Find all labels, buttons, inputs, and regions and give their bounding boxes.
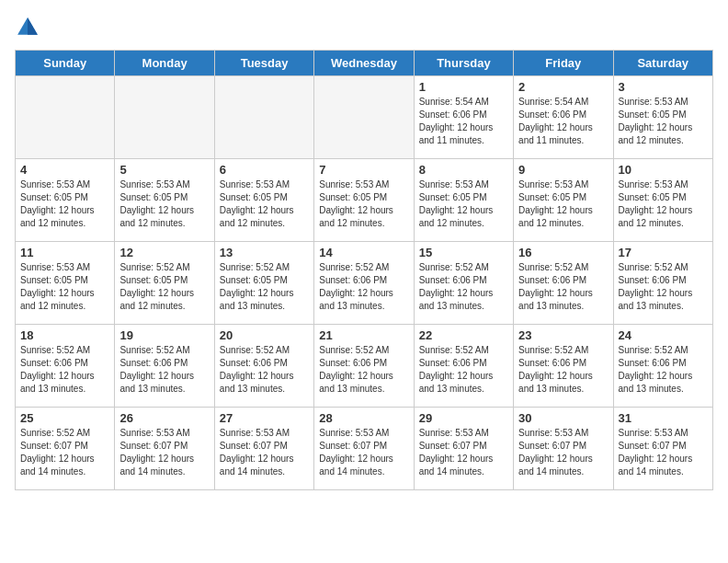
day-info: Sunrise: 5:52 AM Sunset: 6:06 PM Dayligh… [619,344,708,396]
day-info: Sunrise: 5:53 AM Sunset: 6:07 PM Dayligh… [119,427,209,478]
day-number: 31 [619,411,708,425]
day-header-friday: Friday [514,51,613,76]
calendar-cell: 15Sunrise: 5:52 AM Sunset: 6:06 PM Dayli… [414,242,513,325]
day-number: 5 [119,163,209,177]
day-number: 12 [119,246,209,259]
day-info: Sunrise: 5:53 AM Sunset: 6:05 PM Dayligh… [518,178,608,230]
calendar-cell: 20Sunrise: 5:52 AM Sunset: 6:06 PM Dayli… [214,325,313,408]
calendar-cell: 11Sunrise: 5:53 AM Sunset: 6:05 PM Dayli… [16,242,115,325]
day-info: Sunrise: 5:52 AM Sunset: 6:07 PM Dayligh… [20,427,109,478]
day-info: Sunrise: 5:54 AM Sunset: 6:06 PM Dayligh… [419,96,508,147]
calendar-cell: 1Sunrise: 5:54 AM Sunset: 6:06 PM Daylig… [414,76,513,159]
day-info: Sunrise: 5:52 AM Sunset: 6:06 PM Dayligh… [518,261,608,313]
calendar-cell: 19Sunrise: 5:52 AM Sunset: 6:06 PM Dayli… [115,325,214,408]
logo [15,15,44,40]
day-info: Sunrise: 5:53 AM Sunset: 6:07 PM Dayligh… [220,427,309,478]
day-info: Sunrise: 5:52 AM Sunset: 6:06 PM Dayligh… [619,261,708,313]
calendar-cell: 13Sunrise: 5:52 AM Sunset: 6:05 PM Dayli… [214,242,313,325]
day-header-saturday: Saturday [613,51,712,76]
day-info: Sunrise: 5:52 AM Sunset: 6:05 PM Dayligh… [119,261,209,313]
calendar-cell: 9Sunrise: 5:53 AM Sunset: 6:05 PM Daylig… [514,159,613,242]
day-info: Sunrise: 5:53 AM Sunset: 6:05 PM Dayligh… [319,178,408,230]
calendar-cell: 22Sunrise: 5:52 AM Sunset: 6:06 PM Dayli… [414,325,513,408]
day-info: Sunrise: 5:52 AM Sunset: 6:06 PM Dayligh… [119,344,209,396]
day-number: 10 [619,163,708,177]
calendar-cell: 4Sunrise: 5:53 AM Sunset: 6:05 PM Daylig… [16,159,115,242]
day-info: Sunrise: 5:52 AM Sunset: 6:06 PM Dayligh… [419,261,508,313]
day-info: Sunrise: 5:54 AM Sunset: 6:06 PM Dayligh… [518,96,608,147]
day-info: Sunrise: 5:53 AM Sunset: 6:07 PM Dayligh… [419,427,508,478]
day-info: Sunrise: 5:52 AM Sunset: 6:06 PM Dayligh… [518,344,608,396]
calendar-cell [314,76,414,159]
day-info: Sunrise: 5:52 AM Sunset: 6:06 PM Dayligh… [20,344,109,396]
day-info: Sunrise: 5:53 AM Sunset: 6:07 PM Dayligh… [619,427,708,478]
day-info: Sunrise: 5:52 AM Sunset: 6:06 PM Dayligh… [319,344,408,396]
calendar-cell: 23Sunrise: 5:52 AM Sunset: 6:06 PM Dayli… [514,325,613,408]
calendar-cell: 27Sunrise: 5:53 AM Sunset: 6:07 PM Dayli… [214,408,313,490]
day-info: Sunrise: 5:53 AM Sunset: 6:05 PM Dayligh… [619,96,708,147]
day-number: 7 [319,163,408,177]
day-number: 21 [319,328,408,342]
logo-icon [15,15,40,40]
calendar-cell: 28Sunrise: 5:53 AM Sunset: 6:07 PM Dayli… [314,408,414,490]
day-number: 23 [518,328,608,342]
calendar-cell: 3Sunrise: 5:53 AM Sunset: 6:05 PM Daylig… [613,76,712,159]
day-info: Sunrise: 5:53 AM Sunset: 6:05 PM Dayligh… [220,178,309,230]
day-number: 30 [518,411,608,425]
calendar-cell: 29Sunrise: 5:53 AM Sunset: 6:07 PM Dayli… [414,408,513,490]
calendar-cell: 25Sunrise: 5:52 AM Sunset: 6:07 PM Dayli… [16,408,115,490]
day-number: 11 [20,246,109,259]
calendar-cell: 10Sunrise: 5:53 AM Sunset: 6:05 PM Dayli… [613,159,712,242]
day-number: 22 [419,328,508,342]
day-info: Sunrise: 5:53 AM Sunset: 6:05 PM Dayligh… [619,178,708,230]
calendar-cell: 14Sunrise: 5:52 AM Sunset: 6:06 PM Dayli… [314,242,414,325]
day-info: Sunrise: 5:53 AM Sunset: 6:05 PM Dayligh… [20,178,109,230]
calendar-cell: 8Sunrise: 5:53 AM Sunset: 6:05 PM Daylig… [414,159,513,242]
calendar-body: 1Sunrise: 5:54 AM Sunset: 6:06 PM Daylig… [16,76,713,490]
page-header [15,15,713,40]
calendar-cell [214,76,313,159]
day-header-thursday: Thursday [414,51,513,76]
calendar-cell: 31Sunrise: 5:53 AM Sunset: 6:07 PM Dayli… [613,408,712,490]
calendar-cell: 18Sunrise: 5:52 AM Sunset: 6:06 PM Dayli… [16,325,115,408]
day-info: Sunrise: 5:52 AM Sunset: 6:05 PM Dayligh… [220,261,309,313]
day-info: Sunrise: 5:53 AM Sunset: 6:05 PM Dayligh… [119,178,209,230]
day-number: 29 [419,411,508,425]
calendar-table: SundayMondayTuesdayWednesdayThursdayFrid… [15,50,713,490]
calendar-cell: 16Sunrise: 5:52 AM Sunset: 6:06 PM Dayli… [514,242,613,325]
day-number: 25 [20,411,109,425]
calendar-cell: 2Sunrise: 5:54 AM Sunset: 6:06 PM Daylig… [514,76,613,159]
calendar-cell: 12Sunrise: 5:52 AM Sunset: 6:05 PM Dayli… [115,242,214,325]
calendar-cell: 17Sunrise: 5:52 AM Sunset: 6:06 PM Dayli… [613,242,712,325]
day-number: 3 [619,80,708,94]
day-number: 28 [319,411,408,425]
calendar-cell: 26Sunrise: 5:53 AM Sunset: 6:07 PM Dayli… [115,408,214,490]
day-header-wednesday: Wednesday [314,51,414,76]
day-info: Sunrise: 5:52 AM Sunset: 6:06 PM Dayligh… [319,261,408,313]
day-number: 1 [419,80,508,94]
day-number: 19 [119,328,209,342]
day-info: Sunrise: 5:53 AM Sunset: 6:05 PM Dayligh… [419,178,508,230]
day-number: 9 [518,163,608,177]
calendar-cell: 5Sunrise: 5:53 AM Sunset: 6:05 PM Daylig… [115,159,214,242]
calendar-cell [115,76,214,159]
day-number: 14 [319,246,408,259]
day-info: Sunrise: 5:53 AM Sunset: 6:07 PM Dayligh… [319,427,408,478]
day-number: 6 [220,163,309,177]
day-number: 4 [20,163,109,177]
day-number: 27 [220,411,309,425]
week-row-3: 11Sunrise: 5:53 AM Sunset: 6:05 PM Dayli… [16,242,713,325]
day-info: Sunrise: 5:52 AM Sunset: 6:06 PM Dayligh… [220,344,309,396]
day-header-monday: Monday [115,51,214,76]
day-number: 18 [20,328,109,342]
calendar-cell: 24Sunrise: 5:52 AM Sunset: 6:06 PM Dayli… [613,325,712,408]
calendar-cell: 6Sunrise: 5:53 AM Sunset: 6:05 PM Daylig… [214,159,313,242]
day-header-sunday: Sunday [16,51,115,76]
day-number: 15 [419,246,508,259]
day-info: Sunrise: 5:53 AM Sunset: 6:07 PM Dayligh… [518,427,608,478]
week-row-1: 1Sunrise: 5:54 AM Sunset: 6:06 PM Daylig… [16,76,713,159]
day-number: 26 [119,411,209,425]
calendar-cell [16,76,115,159]
svg-marker-1 [28,17,38,35]
day-info: Sunrise: 5:52 AM Sunset: 6:06 PM Dayligh… [419,344,508,396]
